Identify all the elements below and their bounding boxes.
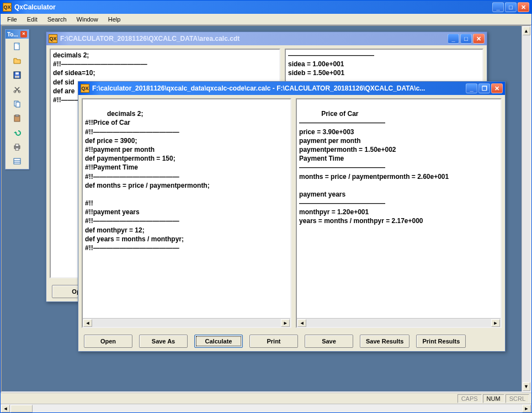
menu-window[interactable]: Window	[72, 15, 103, 24]
bg-maximize-button[interactable]: □	[460, 34, 472, 44]
main-scroll-left-icon[interactable]: ◄	[1, 405, 10, 412]
menubar: File Edit Search Window Help	[1, 14, 531, 25]
scroll-left-icon[interactable]: ◄	[297, 319, 306, 327]
calculate-button[interactable]: Calculate	[194, 335, 243, 348]
main-titlebar[interactable]: QX QxCalculator _ □ ✕	[1, 1, 531, 14]
fg-doc-window[interactable]: QX F:\calculator_20181126\qxcalc_data\qx…	[78, 81, 506, 352]
print-icon[interactable]	[10, 140, 24, 153]
fg-doc-title: F:\calculator_20181126\qxcalc_data\qxcal…	[92, 84, 466, 92]
main-scroll-right-icon[interactable]: ►	[522, 405, 531, 412]
svg-rect-10	[15, 115, 19, 117]
paste-clipboard-icon[interactable]	[10, 112, 24, 125]
scroll-up-icon[interactable]: ▲	[523, 27, 530, 35]
fg-close-button[interactable]: ✕	[491, 83, 503, 93]
open-button[interactable]: Open	[84, 335, 132, 348]
bg-doc-icon: QX	[49, 34, 57, 43]
fg-output-pane[interactable]: Price of Car ————————————— price = 3.90e…	[296, 98, 502, 328]
fg-code-text: decimals 2; #!!Price of Car #!!—————————…	[85, 110, 210, 252]
copy-icon[interactable]	[10, 97, 24, 110]
fg-code-pane[interactable]: decimals 2; #!!Price of Car #!!—————————…	[82, 98, 291, 328]
statusbar: CAPS NUM SCRL	[1, 393, 531, 404]
toolbox-palette[interactable]: To... ×	[5, 29, 29, 170]
bg-doc-title: F:\CALCULATOR_20181126\QXCALC_DATA\area.…	[60, 35, 448, 43]
open-doc-icon[interactable]	[10, 54, 24, 67]
svg-rect-12	[15, 144, 19, 146]
close-button[interactable]: ✕	[518, 2, 529, 12]
toolbox-close-icon[interactable]: ×	[20, 31, 27, 38]
status-num: NUM	[483, 394, 504, 403]
main-window: QX QxCalculator _ □ ✕ File Edit Search W…	[0, 0, 532, 413]
save-button[interactable]: Save	[305, 335, 353, 348]
fg-code-hscroll[interactable]: ◄►	[83, 318, 290, 327]
scroll-right-icon[interactable]: ►	[281, 319, 290, 327]
fg-doc-titlebar[interactable]: QX F:\calculator_20181126\qxcalc_data\qx…	[78, 82, 505, 95]
fg-doc-icon: QX	[81, 84, 89, 93]
new-doc-icon[interactable]	[10, 40, 24, 53]
svg-rect-3	[15, 72, 19, 75]
menu-edit[interactable]: Edit	[23, 15, 42, 24]
undo-icon[interactable]	[10, 126, 24, 139]
main-hscroll-thumb[interactable]	[10, 405, 33, 412]
main-hscroll-track[interactable]	[10, 405, 522, 412]
bg-output-text: ————————————— sidea = 1.00e+001 sideb = …	[288, 51, 374, 77]
fg-minimize-button[interactable]: _	[466, 83, 477, 93]
save-disk-icon[interactable]	[10, 68, 24, 82]
mdi-client-area: ▲ ▼ To... × QX F:\CALCULATOR_20181126\Q	[1, 25, 531, 393]
menu-file[interactable]: File	[3, 15, 22, 24]
fg-output-text: Price of Car ————————————— price = 3.90e…	[299, 110, 449, 225]
bg-doc-titlebar[interactable]: QX F:\CALCULATOR_20181126\QXCALC_DATA\ar…	[46, 32, 487, 45]
scroll-left-icon[interactable]: ◄	[83, 319, 92, 327]
scroll-right-icon[interactable]: ►	[491, 319, 500, 327]
toolbox-title[interactable]: To... ×	[6, 30, 29, 39]
save-results-button[interactable]: Save Results	[360, 335, 409, 348]
app-icon: QX	[3, 3, 12, 12]
svg-rect-13	[15, 148, 19, 150]
bg-minimize-button[interactable]: _	[448, 34, 459, 44]
status-caps: CAPS	[457, 394, 482, 403]
cut-scissors-icon[interactable]	[10, 83, 24, 96]
status-scrl: SCRL	[506, 394, 529, 403]
print-results-button[interactable]: Print Results	[416, 335, 466, 348]
minimize-button[interactable]: _	[492, 2, 504, 12]
bg-close-button[interactable]: ✕	[473, 34, 485, 44]
client-vscroll[interactable]: ▲ ▼	[522, 26, 530, 391]
fg-restore-button[interactable]: ❐	[478, 83, 490, 93]
save-as-button[interactable]: Save As	[139, 335, 188, 348]
app-title: QxCalculator	[14, 3, 492, 11]
toolbox-title-text: To...	[7, 31, 18, 38]
print-button[interactable]: Print	[249, 335, 298, 348]
svg-rect-4	[15, 76, 19, 78]
properties-icon[interactable]	[10, 155, 24, 168]
menu-help[interactable]: Help	[104, 15, 125, 24]
svg-rect-8	[16, 102, 20, 107]
menu-search[interactable]: Search	[43, 15, 71, 24]
main-hscroll[interactable]: ◄ ►	[1, 404, 531, 412]
svg-rect-14	[14, 158, 20, 164]
vscroll-track[interactable]	[522, 36, 530, 382]
fg-output-hscroll[interactable]: ◄►	[297, 318, 501, 327]
scroll-down-icon[interactable]: ▼	[523, 382, 530, 391]
maximize-button[interactable]: □	[505, 2, 517, 12]
